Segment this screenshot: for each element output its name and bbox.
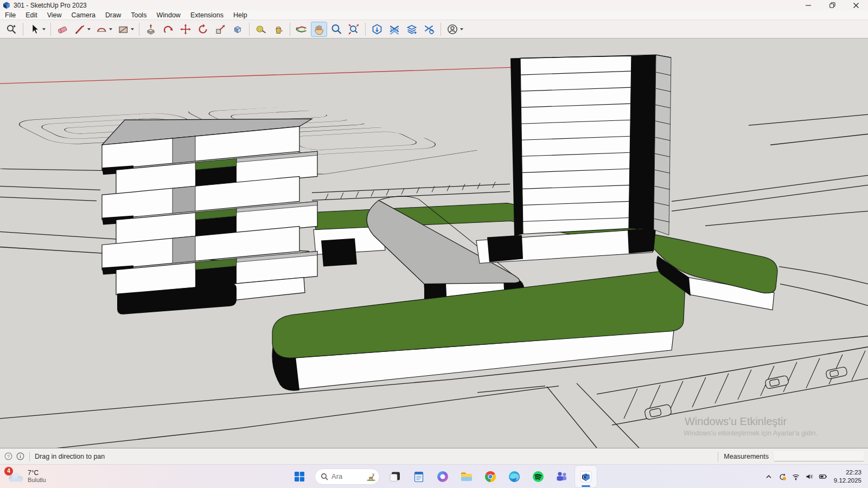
restore-button[interactable]: [820, 0, 844, 10]
layers-panel-tool-button[interactable]: [404, 22, 420, 37]
search-input[interactable]: [331, 472, 364, 480]
dropdown-caret-icon[interactable]: [131, 28, 134, 30]
orbit-tool-button[interactable]: [293, 22, 310, 37]
paint-bucket-tool-button[interactable]: [270, 22, 286, 37]
teams-icon: [555, 470, 569, 484]
tape-measure-tool-button[interactable]: [253, 22, 269, 37]
rotate-icon: [197, 23, 209, 35]
spotify-taskbar-button[interactable]: [527, 466, 549, 487]
sketchup-window: 301 - SketchUp Pro 2023 FileEditViewCame…: [0, 0, 868, 488]
chrome-taskbar-button[interactable]: [480, 466, 501, 487]
pan-tool-button[interactable]: [311, 22, 327, 37]
clock-time: 22:23: [834, 468, 861, 477]
start-taskbar-button[interactable]: [289, 466, 310, 487]
move-tool-button[interactable]: [177, 22, 194, 37]
menu-view[interactable]: View: [42, 10, 67, 20]
window-controls: [796, 0, 868, 10]
menubar: FileEditViewCameraDrawToolsWindowExtensi…: [0, 10, 868, 20]
dropdown-caret-icon[interactable]: [42, 28, 46, 30]
dropdown-caret-icon[interactable]: [109, 28, 112, 30]
weather-condition: Bulutlu: [28, 477, 46, 484]
pan-icon: [313, 23, 325, 35]
task-view-taskbar-button[interactable]: [384, 466, 406, 487]
sketchup-icon: [579, 470, 593, 484]
copilot-taskbar-button[interactable]: [432, 466, 454, 487]
weather-widget[interactable]: 4 7°C Bulutlu: [5, 465, 46, 488]
zoom-extents-tool-button[interactable]: [346, 22, 362, 37]
taskbar-center: [289, 465, 597, 488]
extension-manager-tool-button[interactable]: [421, 22, 437, 37]
watermark-line2: Windows'u etkinleştirmek için Ayarlar'a …: [684, 429, 818, 437]
3d-viewport[interactable]: Windows'u Etkinleştir Windows'u etkinleş…: [0, 38, 868, 448]
sketchup-taskbar-button[interactable]: [575, 466, 597, 487]
zoom-extents-icon: [348, 23, 360, 35]
context-help-icon[interactable]: ?: [4, 452, 12, 460]
toolbar-separator: [365, 23, 366, 36]
follow-me-tool-button[interactable]: [160, 22, 176, 37]
hidden-icons-tray-icon[interactable]: [764, 472, 773, 481]
wifi-tray-icon[interactable]: [792, 472, 800, 481]
taskbar: 4 7°C Bulutlu 22:23 9.12.2025: [0, 464, 868, 488]
menu-window[interactable]: Window: [151, 10, 185, 20]
dropdown-caret-icon[interactable]: [87, 28, 91, 30]
menu-file[interactable]: File: [0, 10, 21, 20]
account-tool-button[interactable]: [444, 22, 465, 37]
line-tool-button[interactable]: [72, 22, 92, 37]
menu-camera[interactable]: Camera: [67, 10, 100, 20]
task-view-icon: [388, 470, 402, 484]
svg-text:?: ?: [7, 454, 10, 459]
select-tool-button[interactable]: [27, 22, 47, 37]
battery-tray-icon[interactable]: [819, 472, 827, 481]
watermark-line1: Windows'u Etkinleştir: [685, 415, 787, 427]
chrome-icon: [483, 470, 497, 484]
arc-tool-button[interactable]: [93, 22, 114, 37]
dropdown-caret-icon[interactable]: [460, 28, 463, 30]
layers-panel-icon: [406, 23, 418, 35]
notepad-taskbar-button[interactable]: [408, 466, 430, 487]
left-building: [102, 119, 317, 314]
warehouse-3d-tool-button[interactable]: [369, 22, 385, 37]
scale-tool-button[interactable]: [212, 22, 228, 37]
warehouse-3d-icon: [371, 23, 383, 35]
offset-tool-button[interactable]: [229, 22, 246, 37]
menu-extensions[interactable]: Extensions: [186, 10, 228, 20]
offset-icon: [232, 23, 244, 35]
extension-warehouse-tool-button[interactable]: [386, 22, 403, 37]
toolbar-separator: [23, 23, 23, 36]
push-pull-icon: [145, 23, 157, 35]
search-sketchup-icon: [5, 23, 17, 35]
close-button[interactable]: [844, 0, 868, 10]
rectangle-tool-button[interactable]: [115, 22, 136, 37]
rectangle-icon: [117, 23, 129, 35]
toolbar-separator: [290, 23, 290, 36]
scale-icon: [214, 23, 226, 35]
teams-taskbar-button[interactable]: [551, 466, 573, 487]
rotate-tool-button[interactable]: [195, 22, 211, 37]
minimize-button[interactable]: [796, 0, 820, 10]
menu-help[interactable]: Help: [228, 10, 252, 20]
search-highlight-deer-icon: [366, 472, 376, 481]
measurements-input[interactable]: [774, 451, 864, 461]
eraser-icon: [56, 23, 68, 35]
volume-tray-icon[interactable]: [805, 472, 814, 481]
menu-draw[interactable]: Draw: [100, 10, 126, 20]
paint-bucket-icon: [272, 23, 284, 35]
file-explorer-taskbar-button[interactable]: [456, 466, 477, 487]
update-tray-icon[interactable]: [778, 472, 787, 481]
toolbar-separator: [50, 23, 51, 36]
titlebar: 301 - SketchUp Pro 2023: [0, 0, 868, 10]
menu-edit[interactable]: Edit: [21, 10, 42, 20]
taskbar-clock[interactable]: 22:23 9.12.2025: [834, 468, 861, 485]
model-info-icon[interactable]: i: [16, 452, 24, 460]
edge-taskbar-button[interactable]: [503, 466, 525, 487]
taskbar-search-box[interactable]: [315, 468, 380, 485]
account-icon: [446, 23, 458, 35]
menu-tools[interactable]: Tools: [126, 10, 151, 20]
orbit-icon: [296, 23, 308, 35]
line-icon: [74, 23, 86, 35]
search-sketchup-tool-button[interactable]: [3, 22, 20, 37]
zoom-tool-button[interactable]: [328, 22, 344, 37]
eraser-tool-button[interactable]: [54, 22, 71, 37]
model-scene: Windows'u Etkinleştir Windows'u etkinleş…: [0, 38, 868, 448]
push-pull-tool-button[interactable]: [143, 22, 159, 37]
